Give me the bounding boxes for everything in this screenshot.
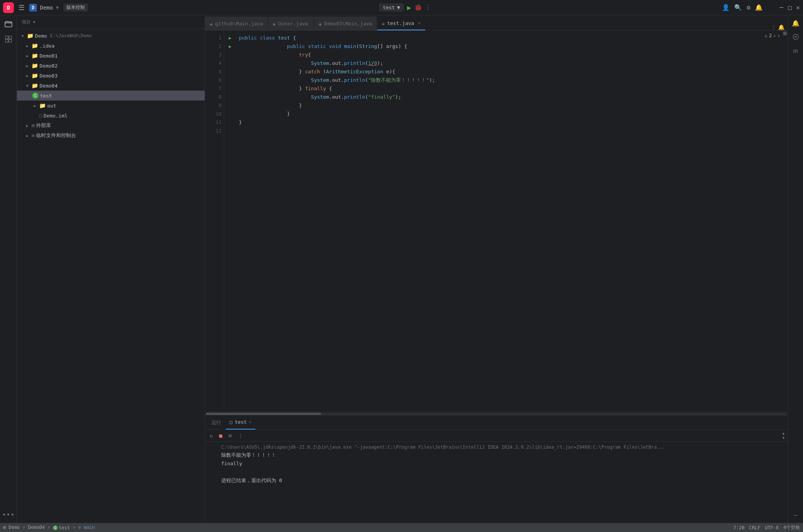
tree-item-test[interactable]: C test: [17, 91, 205, 101]
activity-modules[interactable]: [2, 32, 15, 46]
gutter-run-2[interactable]: ▶: [224, 42, 236, 51]
restore-layout-button[interactable]: ⊞: [227, 432, 233, 439]
breadcrumb-test: C test: [53, 525, 70, 530]
tree-item-demo-iml[interactable]: ▶ □ Demo.iml: [17, 111, 205, 121]
run-config-selector[interactable]: test ▼: [379, 3, 404, 12]
main-layout: ••• 项目 ▼ ▼ 📁 Demo E:\JavaWeb\Demo ▶ 📁 .i…: [0, 15, 803, 523]
status-crlf[interactable]: CRLF: [749, 525, 760, 530]
tab-overflow-button[interactable]: ⋮: [771, 24, 777, 30]
panel-tab-test[interactable]: □ test ✕: [226, 416, 255, 430]
stop-button[interactable]: ■: [217, 432, 224, 439]
console-line-exit: 进程已结束，退出代码为 0: [210, 477, 783, 485]
tree-item-out[interactable]: ▶ 📁 out: [17, 101, 205, 111]
tree-item-scratch[interactable]: ▶ ≡ 临时文件和控制台: [17, 131, 205, 140]
tree-item-demo01[interactable]: ▶ 📁 Demo01: [17, 51, 205, 61]
settings-icon[interactable]: ⚙: [747, 4, 750, 11]
gutter-12: [224, 127, 236, 135]
menu-icon[interactable]: ☰: [17, 2, 26, 13]
minimize-button[interactable]: ─: [780, 4, 783, 11]
version-control-button[interactable]: 版本控制: [63, 3, 88, 12]
tab-label: github\Main.java: [215, 21, 263, 26]
scroll-up-button[interactable]: ▲: [782, 431, 785, 435]
tree-label: Demo01: [40, 53, 58, 59]
project-label: 项目: [22, 19, 31, 25]
tree-item-idea[interactable]: ▶ 📁 .idea: [17, 41, 205, 51]
run-button[interactable]: ▶: [407, 3, 411, 12]
status-position[interactable]: 7:20: [733, 525, 745, 530]
maximize-button[interactable]: □: [788, 4, 792, 11]
gutter: ▶ ▶: [224, 31, 236, 411]
breadcrumb-demo: ⊞ Demo: [3, 525, 20, 530]
tree-item-demo02[interactable]: ▶ 📁 Demo02: [17, 61, 205, 71]
panel-scroll-buttons: ▲ ▼: [782, 431, 785, 440]
tree-arrow: ▼: [25, 83, 30, 88]
status-right: 7:20 CRLF UTF-8 4个空格: [733, 524, 800, 531]
code-line-12: [236, 127, 782, 135]
editor-content[interactable]: ⚠ 2 ∧ ∨ 1 2 3 4 5 6 7 8 9 10 11: [205, 31, 788, 411]
java-tab-icon: ☕: [210, 21, 213, 26]
project-dropdown-icon[interactable]: ▼: [56, 5, 59, 10]
notification-badge[interactable]: 🔔: [778, 24, 785, 30]
titlebar: D ☰ D Demo ▼ 版本控制 test ▼ ▶ 🐞 ⋮ 👤 🔍 ⚙ 🔔 ─…: [0, 0, 803, 15]
gutter-run-1[interactable]: ▶: [224, 34, 236, 42]
status-encoding[interactable]: UTF-8: [765, 525, 779, 530]
tree-label: Demo03: [40, 73, 58, 79]
activity-more[interactable]: •••: [2, 507, 15, 521]
tree-sublabel: E:\JavaWeb\Demo: [50, 33, 91, 38]
tab-demo03-main[interactable]: ☕ Demo03\Main.java: [314, 17, 377, 30]
scroll-down-button[interactable]: ▼: [782, 436, 785, 440]
svg-rect-2: [9, 36, 12, 39]
more-run-button[interactable]: ⋮: [425, 4, 431, 11]
account-icon[interactable]: 👤: [722, 4, 730, 11]
tab-close-button[interactable]: ✕: [418, 21, 421, 26]
warning-nav-down[interactable]: ∨: [777, 33, 780, 38]
warning-nav-up[interactable]: ∧: [773, 33, 776, 38]
line-numbers: 1 2 3 4 5 6 7 8 9 10 11 12: [205, 31, 224, 411]
tree-item-demo03[interactable]: ▶ 📁 Demo03: [17, 71, 205, 81]
debug-button[interactable]: 🐞: [414, 4, 422, 11]
status-indent[interactable]: 4个空格: [783, 524, 800, 531]
tree-arrow: ▼: [20, 33, 25, 38]
editor-horizontal-scrollbar[interactable]: [205, 411, 788, 415]
activity-folder[interactable]: [2, 17, 15, 31]
code-body[interactable]: public class test { public static void m…: [236, 31, 782, 411]
right-minus[interactable]: ─: [790, 509, 802, 521]
line-num-8: 8: [205, 93, 222, 101]
breadcrumb-sep2: ›: [48, 525, 53, 530]
tree-item-demo[interactable]: ▼ 📁 Demo E:\JavaWeb\Demo: [17, 31, 205, 41]
code-line-3: try{: [236, 51, 782, 59]
code-line-9: }: [236, 101, 782, 110]
test-file-icon: C: [32, 93, 38, 99]
close-button[interactable]: ✕: [796, 4, 800, 11]
editor-wrapper: ⚠ 2 ∧ ∨ 1 2 3 4 5 6 7 8 9 10 11: [205, 31, 788, 415]
java-tab-icon: ☕: [273, 21, 276, 26]
right-mnemonic[interactable]: m: [790, 45, 802, 57]
tab-bar: ☕ github\Main.java ☕ Outer.java ☕ Demo03…: [205, 15, 788, 31]
svg-rect-4: [9, 40, 12, 42]
search-icon[interactable]: 🔍: [734, 4, 742, 11]
panel-run-label: 运行: [208, 416, 224, 430]
tree-item-external-libs[interactable]: ▶ ⊞ 外部库: [17, 121, 205, 131]
tab-outer[interactable]: ☕ Outer.java: [268, 17, 314, 30]
tab-github-main[interactable]: ☕ github\Main.java: [205, 17, 268, 30]
tab-test[interactable]: ☕ test.java ✕: [377, 17, 426, 30]
gutter-5: [224, 68, 236, 76]
editor-scrollbar[interactable]: [782, 31, 788, 411]
code-line-8: System.out.println("finally");: [236, 93, 782, 101]
tree-item-demo04[interactable]: ▼ 📁 Demo04: [17, 81, 205, 91]
notification-icon[interactable]: 🔔: [755, 4, 763, 11]
status-bar: ⊞ Demo › Demo04 › C test › ⊙ main 7:20 C…: [0, 523, 803, 532]
sidebar-header-arrow[interactable]: ▼: [33, 20, 35, 24]
more-options-button[interactable]: ⋮: [236, 432, 245, 439]
gutter-11: [224, 118, 236, 127]
java-tab-icon: ☕: [382, 20, 385, 26]
panel-tab-close[interactable]: ✕: [249, 420, 252, 424]
status-breadcrumb[interactable]: ⊞ Demo › Demo04 › C test › ⊙ main: [3, 525, 95, 531]
right-notifications[interactable]: 🔔: [790, 17, 802, 29]
project-name[interactable]: Demo: [40, 5, 53, 11]
line-num-5: 5: [205, 68, 222, 76]
panel-content[interactable]: C:\Users\ASUS\.jdks\openjdk-22.0.2\bin\j…: [205, 442, 788, 523]
rerun-button[interactable]: ↻: [208, 432, 214, 439]
editor-scrollbar-thumb: [783, 31, 787, 35]
right-ai-assistant[interactable]: [790, 31, 802, 43]
